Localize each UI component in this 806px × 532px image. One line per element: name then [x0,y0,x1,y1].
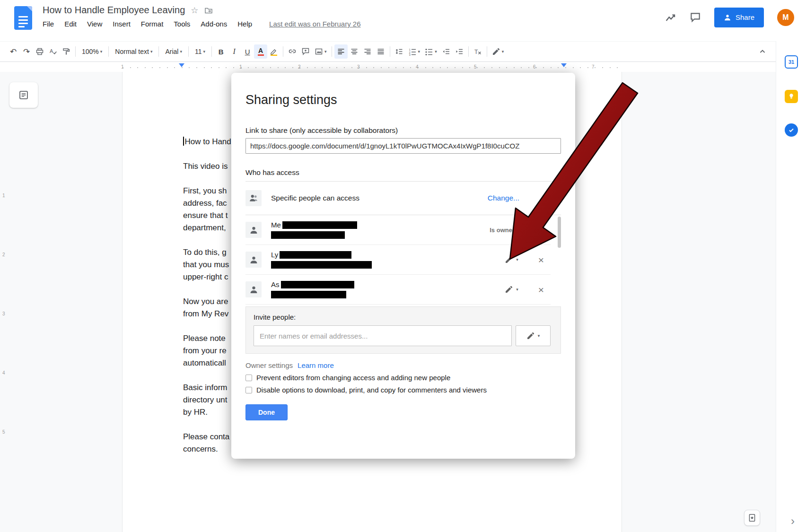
zoom-select[interactable]: 100%▾ [78,44,106,59]
font-select[interactable]: Arial▾ [161,44,186,59]
document-title[interactable]: How to Handle Employee Leaving [43,5,185,16]
line-spacing-button[interactable] [393,44,406,59]
paint-format-button[interactable] [60,44,73,59]
done-button[interactable]: Done [245,404,288,420]
share-button[interactable]: Share [714,8,764,27]
italic-button[interactable]: I [228,44,241,59]
menu-view[interactable]: View [87,20,102,28]
checkbox-row: Prevent editors from changing access and… [245,374,561,382]
comments-icon[interactable] [690,12,701,23]
hide-panel-chevron-icon[interactable]: › [791,515,795,528]
text-color-button[interactable]: A [254,44,267,59]
undo-button[interactable]: ↶ [7,44,20,59]
explore-button[interactable] [744,510,760,526]
menu-edit[interactable]: Edit [64,20,77,28]
add-comment-button[interactable] [299,44,312,59]
collaborator-name: As [271,280,280,288]
menu-format[interactable]: Format [141,20,164,28]
calendar-icon[interactable]: 31 [785,55,798,69]
share-person-icon [724,14,731,21]
clear-formatting-button[interactable]: T [471,44,484,59]
underline-button[interactable]: U [241,44,254,59]
tasks-icon[interactable] [785,123,798,137]
share-link-input[interactable] [245,138,561,154]
bold-button[interactable]: B [214,44,228,59]
ruler-number: 4 [416,64,419,70]
collaborator-row: As ▾ × [245,275,551,305]
menu-file[interactable]: File [43,20,54,28]
menu-bar: File Edit View Insert Format Tools Add-o… [43,20,361,28]
list-scrollbar[interactable] [558,217,561,248]
right-indent-marker[interactable] [561,63,567,67]
checkbox-row: Disable options to download, print, and … [245,386,561,394]
numbered-list-button[interactable]: 123 ▾ [406,44,423,59]
spellcheck-button[interactable]: A [46,44,60,59]
collapse-toolbar-button[interactable] [756,44,769,59]
menu-insert[interactable]: Insert [113,20,131,28]
account-avatar[interactable]: M [777,9,794,26]
access-summary-label: Specific people can access [271,194,359,202]
align-left-button[interactable] [334,44,348,59]
toolbar-separator [75,46,76,57]
learn-more-link[interactable]: Learn more [298,361,334,369]
invite-permission-dropdown-button[interactable]: ▾ [516,325,551,346]
side-panel: 31 [776,41,806,532]
star-icon[interactable]: ☆ [191,5,198,16]
insert-image-button[interactable]: ▾ [312,44,329,59]
header-actions: Share M [665,7,794,27]
show-outline-button[interactable] [9,82,38,108]
change-access-link[interactable]: Change... [488,194,519,202]
invite-people-input[interactable] [254,325,512,346]
highlight-color-button[interactable] [267,44,280,59]
last-edit-link[interactable]: Last edit was on February 26 [269,20,360,28]
font-size-select[interactable]: 11▾ [191,44,209,59]
text-cursor [183,137,184,146]
align-right-button[interactable] [361,44,374,59]
ruler-number: 7 [592,64,595,70]
outdent-button[interactable] [439,44,453,59]
who-has-access-label: Who has access [245,168,561,177]
editing-mode-button[interactable]: ▾ [490,44,507,59]
permission-dropdown-button[interactable]: ▾ [505,255,518,264]
move-folder-icon[interactable] [204,6,213,15]
toolbar-separator [332,46,332,57]
ruler-number: 3 [357,64,360,70]
permission-dropdown-button[interactable]: ▾ [505,285,518,294]
ruler-number: 6 [533,64,536,70]
docs-logo[interactable] [14,6,32,30]
insert-link-button[interactable] [286,44,299,59]
menu-tools[interactable]: Tools [174,20,190,28]
keep-icon[interactable] [785,90,798,103]
is-owner-label: Is owner [490,227,515,234]
disable-download-checkbox[interactable] [245,387,252,393]
redacted-email [271,231,345,239]
title-area: How to Handle Employee Leaving ☆ File Ed… [43,5,361,28]
activity-trend-icon[interactable] [665,12,676,23]
app-header: How to Handle Employee Leaving ☆ File Ed… [0,0,806,41]
align-justify-button[interactable] [374,44,387,59]
menu-help[interactable]: Help [237,20,252,28]
remove-collaborator-button[interactable]: × [538,285,544,295]
collaborator-list: Me Is owner Ly ▾ × [245,215,561,305]
toolbar-separator [108,46,109,57]
indent-button[interactable] [453,44,466,59]
redacted-text [281,281,354,288]
align-center-button[interactable] [348,44,361,59]
svg-text:T: T [474,49,478,55]
redo-button[interactable]: ↷ [20,44,33,59]
vruler-number: 5 [2,429,5,435]
redacted-email [271,261,372,269]
left-indent-marker[interactable] [179,63,184,67]
remove-collaborator-button[interactable]: × [538,255,544,265]
toolbar-separator [487,46,487,57]
ruler-number: 1 [121,64,124,70]
print-button[interactable] [33,44,46,59]
ruler-number: 2 [298,64,301,70]
disable-download-label: Disable options to download, print, and … [256,386,487,394]
menu-addons[interactable]: Add-ons [201,20,227,28]
sharing-settings-dialog: Sharing settings Link to share (only acc… [231,73,575,459]
ruler-ticks [123,67,624,68]
paragraph-style-select[interactable]: Normal text▾ [111,44,156,59]
prevent-editors-checkbox[interactable] [245,375,252,381]
bulleted-list-button[interactable]: ▾ [422,44,439,59]
